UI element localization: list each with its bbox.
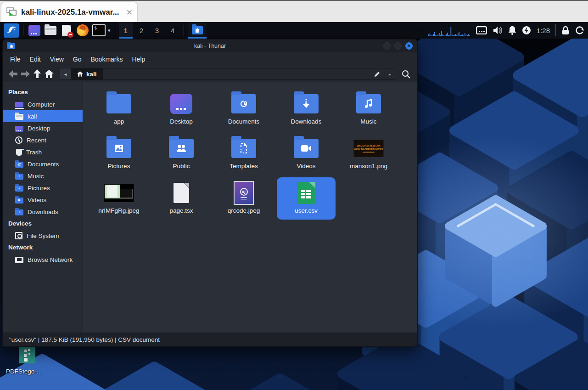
- workspace-2[interactable]: 2: [135, 22, 148, 39]
- sidebar-item-pictures[interactable]: ▪Pictures: [3, 182, 83, 194]
- file-label: app: [114, 118, 124, 125]
- sidebar-item-file-system[interactable]: File System: [3, 230, 83, 242]
- maximize-button[interactable]: [394, 42, 402, 50]
- thunar-task-button[interactable]: [188, 22, 207, 39]
- power-manager-icon[interactable]: [522, 26, 531, 35]
- image-thumbnail: DISCOVER NEW ERA WEALTH OPPORTUNITIES: [353, 140, 384, 157]
- menu-file[interactable]: File: [6, 53, 25, 65]
- text-editor-launcher[interactable]: [60, 23, 73, 37]
- file-item-desktop[interactable]: Desktop: [150, 88, 213, 133]
- folder-icon: [106, 94, 131, 113]
- file-item-pictures[interactable]: Pictures: [88, 133, 150, 177]
- volume-icon[interactable]: [493, 26, 503, 35]
- terminal-dropdown-chevron-icon[interactable]: ▾: [108, 28, 111, 34]
- notifications-icon[interactable]: [508, 26, 516, 35]
- firefox-launcher[interactable]: [76, 23, 90, 37]
- recent-clock-icon: [15, 136, 22, 144]
- terminal-launcher[interactable]: $_: [92, 23, 106, 37]
- menu-help[interactable]: Help: [128, 53, 150, 65]
- workspace-3[interactable]: 3: [151, 22, 164, 39]
- public-folder-icon: [169, 139, 194, 158]
- sidebar-item-desktop[interactable]: Desktop: [3, 122, 83, 134]
- file-label: nrIMFgRg.jpeg: [98, 207, 139, 214]
- music-folder-icon: [356, 94, 381, 113]
- path-location-button[interactable]: kali: [71, 68, 103, 79]
- sidebar-item-recent[interactable]: Recent: [3, 134, 83, 146]
- minimize-button[interactable]: [383, 42, 391, 50]
- sidebar-item-label: Documents: [28, 161, 59, 168]
- file-label: Documents: [228, 118, 259, 125]
- search-button[interactable]: [399, 68, 413, 80]
- file-item-page-tsx[interactable]: page.tsx: [150, 177, 213, 222]
- path-scroll-left-button[interactable]: ◂: [60, 68, 71, 79]
- kali-panel: $_ ▾ 1 2 3 4 1:28: [0, 22, 588, 39]
- file-label: page.tsx: [169, 207, 193, 214]
- file-item-downloads[interactable]: Downloads: [275, 88, 337, 133]
- back-button[interactable]: [7, 68, 19, 80]
- sidebar-item-label: Browse Network: [28, 256, 73, 263]
- show-desktop-launcher[interactable]: [28, 23, 41, 37]
- vmware-tab-bar: kali-linux-2025.1a-vmwar... ✕: [0, 0, 588, 22]
- sidebar-item-downloads[interactable]: ↓Downloads: [3, 206, 83, 218]
- file-item-user-csv[interactable]: user.csv: [275, 177, 337, 222]
- logout-icon[interactable]: [575, 26, 584, 35]
- pdfstego-desktop-label[interactable]: PDFStego-...: [6, 368, 42, 375]
- documents-folder-icon: @: [15, 162, 23, 168]
- menu-bookmarks[interactable]: Bookmarks: [86, 53, 127, 65]
- sidebar-item-music[interactable]: ♪Music: [3, 170, 83, 182]
- vm-tab-title: kali-linux-2025.1a-vmwar...: [21, 8, 119, 17]
- cpu-graph[interactable]: [428, 24, 470, 36]
- sidebar-item-trash[interactable]: Trash: [3, 146, 83, 158]
- file-item-nrimfgrg[interactable]: nrIMFgRg.jpeg: [88, 177, 150, 222]
- file-item-templates[interactable]: Templates: [213, 133, 275, 177]
- menu-edit[interactable]: Edit: [25, 53, 45, 65]
- network-icon[interactable]: [476, 26, 487, 34]
- workspace-4[interactable]: 4: [166, 22, 179, 39]
- window-titlebar[interactable]: kali - Thunar ✕: [3, 40, 417, 52]
- home-button[interactable]: [43, 68, 55, 80]
- file-label: Templates: [230, 163, 258, 170]
- path-field[interactable]: [103, 68, 385, 79]
- file-item-videos[interactable]: Videos: [275, 133, 337, 177]
- sidebar-item-documents[interactable]: @Documents: [3, 158, 83, 170]
- pictures-folder-icon: [106, 139, 131, 158]
- csv-spreadsheet-icon: [297, 182, 315, 204]
- up-button[interactable]: [31, 68, 43, 80]
- workspace-1[interactable]: 1: [119, 22, 133, 39]
- file-item-public[interactable]: Public: [150, 133, 213, 177]
- path-scroll-right-button[interactable]: ▸: [385, 68, 395, 79]
- close-button[interactable]: ✕: [405, 42, 413, 50]
- file-item-manson1[interactable]: DISCOVER NEW ERA WEALTH OPPORTUNITIES ma…: [337, 133, 400, 177]
- panel-separator: [555, 24, 556, 36]
- clock[interactable]: 1:28: [537, 27, 550, 34]
- file-item-documents[interactable]: Documents: [213, 88, 275, 133]
- lock-icon[interactable]: [561, 26, 570, 35]
- file-view[interactable]: app Desktop Documents Downloads: [83, 82, 417, 333]
- sidebar-item-videos[interactable]: ■Videos: [3, 194, 83, 206]
- thunar-task-icon: [192, 26, 203, 34]
- tab-close-icon[interactable]: ✕: [126, 9, 133, 17]
- forward-button[interactable]: [19, 68, 31, 80]
- pdfstego-desktop-icon[interactable]: [19, 347, 35, 363]
- edit-path-icon[interactable]: [374, 71, 381, 78]
- menu-go[interactable]: Go: [68, 53, 86, 65]
- file-label: Desktop: [170, 118, 193, 125]
- menu-view[interactable]: View: [45, 53, 68, 65]
- sidebar-item-kali[interactable]: kali: [3, 110, 83, 122]
- back-arrow-icon: [9, 70, 18, 78]
- pathbar[interactable]: ◂ kali ▸: [60, 68, 395, 80]
- image-thumbnail: IQ: [234, 181, 254, 205]
- file-label: user.csv: [295, 207, 318, 214]
- sidebar-header-network: Network: [3, 242, 83, 254]
- thumb-text: DISCOVER NEW ERA: [357, 144, 380, 147]
- file-manager-launcher[interactable]: [44, 23, 57, 37]
- sidebar-item-browse-network[interactable]: Browse Network: [3, 254, 83, 266]
- vmware-vm-tab[interactable]: kali-linux-2025.1a-vmwar... ✕: [1, 2, 137, 23]
- file-item-app[interactable]: app: [88, 88, 150, 133]
- sidebar-item-computer[interactable]: Computer: [3, 98, 83, 110]
- file-item-music[interactable]: Music: [337, 88, 400, 133]
- thunar-window: kali - Thunar ✕ File Edit View Go Bookma…: [2, 39, 418, 347]
- applications-menu-button[interactable]: [4, 23, 19, 38]
- file-item-qrcode[interactable]: IQ qrcode.jpeg: [213, 177, 275, 222]
- panel-separator: [23, 25, 23, 36]
